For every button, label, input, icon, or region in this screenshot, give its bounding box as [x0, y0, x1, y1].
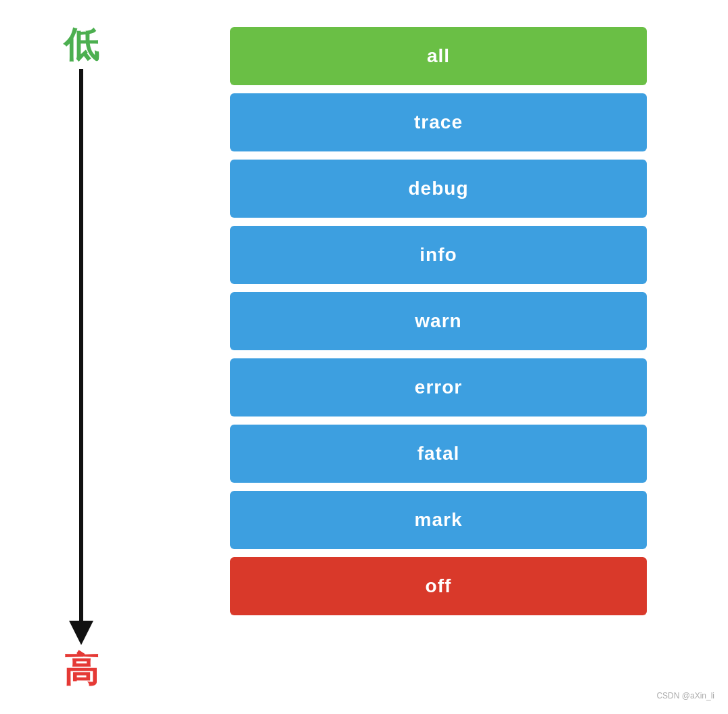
level-block-trace: trace	[230, 93, 647, 151]
level-block-fatal: fatal	[230, 425, 647, 483]
axis-container: 低 高	[41, 27, 122, 687]
level-block-info: info	[230, 226, 647, 284]
page-container: 低 高 alltracedebuginfowarnerrorfatalmarko…	[0, 0, 728, 714]
level-block-debug: debug	[230, 160, 647, 218]
level-block-off: off	[230, 557, 647, 615]
level-block-mark: mark	[230, 491, 647, 549]
watermark: CSDN @aXin_li	[656, 691, 714, 700]
arrow-line-container	[69, 69, 93, 645]
arrow-shaft	[79, 69, 83, 621]
blocks-container: alltracedebuginfowarnerrorfatalmarkoff	[230, 27, 647, 687]
level-label-info: info	[419, 244, 457, 266]
level-label-warn: warn	[415, 310, 461, 332]
level-label-off: off	[426, 575, 452, 597]
arrow-head	[69, 621, 93, 645]
label-high: 高	[64, 652, 99, 687]
label-low: 低	[64, 27, 99, 62]
level-label-fatal: fatal	[417, 443, 460, 465]
level-label-all: all	[427, 45, 450, 67]
level-label-mark: mark	[415, 509, 463, 531]
level-block-all: all	[230, 27, 647, 85]
level-label-error: error	[415, 377, 462, 398]
level-block-error: error	[230, 358, 647, 416]
level-block-warn: warn	[230, 292, 647, 350]
level-label-trace: trace	[414, 112, 463, 133]
level-label-debug: debug	[409, 178, 469, 199]
